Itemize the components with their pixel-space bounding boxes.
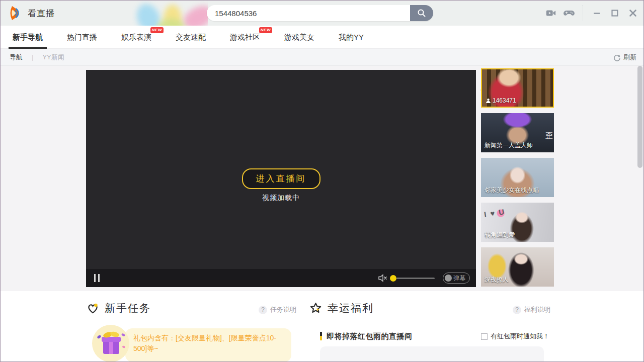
new-badge: NEW [259, 27, 272, 33]
tab-game-community[interactable]: 游戏社区NEW [225, 26, 265, 49]
tab-label: 娱乐表演 [121, 33, 151, 41]
volume-knob[interactable] [390, 275, 396, 282]
app-title: 看直播 [28, 8, 55, 19]
section-marker [320, 332, 322, 340]
scrollbar-thumb[interactable] [637, 66, 642, 168]
photo-text: I ♥ U [484, 207, 506, 219]
video-camera-icon[interactable] [544, 7, 557, 20]
notify-checkbox-row[interactable]: 有红包雨时通知我！ [481, 332, 549, 341]
red-packet-section-title: 即将掉落红包雨的直播间 [327, 332, 413, 341]
player-control-bar: 取消静音 弹幕 [86, 269, 476, 287]
player-center: 进入直播间 视频加载中 [86, 168, 476, 203]
stream-label: 邻家美少女在线点唱 [485, 186, 539, 195]
new-badge: NEW [150, 27, 164, 33]
search-icon [417, 9, 426, 18]
stream-title: 新闻第一人盖大师 [485, 141, 533, 150]
tab-hot-live[interactable]: 热门直播 [62, 26, 102, 49]
stream-title: 转角遇到爱 [485, 231, 515, 239]
gift-description-bubble: 礼包内含有：[交友限量礼物]、[限量荣誉点10-500]等~ [125, 328, 291, 362]
close-button[interactable] [626, 7, 639, 20]
tab-label: 新手导航 [13, 33, 43, 41]
balloon-green [156, 19, 186, 26]
stream-title: 1463471 [493, 97, 516, 104]
danmaku-label: 弹幕 [453, 274, 465, 283]
stream-label: 1463471 [486, 97, 516, 104]
star-icon [309, 302, 323, 315]
video-player[interactable]: 进入直播间 视频加载中 取消静音 弹幕 [86, 70, 476, 287]
welfare-help-label: 福利说明 [524, 305, 550, 314]
question-icon: ? [513, 306, 521, 314]
tasks-title: 新手任务 [105, 301, 151, 315]
tab-dating[interactable]: 交友速配 [171, 26, 211, 49]
main-nav: 新手导航 热门直播 娱乐表演NEW 交友速配 游戏社区NEW 游戏美女 我的YY [1, 26, 643, 49]
viewer-icon [486, 98, 491, 104]
stream-thumbnail[interactable]: 深夜撩人 [481, 247, 554, 287]
minimize-icon [593, 9, 601, 17]
danmaku-toggle-knob [445, 275, 452, 282]
welfare-header: 幸运福利 [309, 301, 374, 315]
subnav-separator: | [32, 53, 33, 61]
notify-checkbox[interactable] [481, 333, 488, 340]
refresh-label: 刷新 [623, 53, 636, 62]
stream-label: 新闻第一人盖大师 [485, 141, 533, 150]
refresh-button[interactable]: 刷新 [613, 49, 636, 66]
pause-button[interactable] [94, 274, 100, 282]
subnav: 导航 | YY新闻 刷新 [1, 49, 643, 66]
app-window: 看直播 [0, 0, 644, 362]
content-band: 进入直播间 视频加载中 取消静音 弹幕 [1, 66, 643, 291]
tasks-help-label: 任务说明 [270, 305, 296, 314]
stream-title: 深夜撩人 [485, 276, 509, 284]
search-button[interactable] [410, 5, 433, 21]
welfare-help[interactable]: ? 福利说明 [513, 305, 550, 314]
stream-thumbnail[interactable]: 邻家美少女在线点唱 [481, 158, 554, 197]
red-packet-list-placeholder [320, 346, 544, 362]
enter-room-button[interactable]: 进入直播间 [242, 168, 320, 189]
welfare-title: 幸运福利 [328, 301, 374, 315]
maximize-icon [611, 9, 619, 17]
tab-label: 游戏社区 [230, 33, 260, 41]
balloon-yellow [164, 5, 182, 26]
muted-speaker-icon[interactable] [378, 274, 389, 283]
subnav-item-nav[interactable]: 导航 [10, 53, 23, 62]
balloons-decoration [132, 1, 208, 26]
stream-title: 邻家美少女在线点唱 [485, 186, 539, 195]
tab-entertainment[interactable]: 娱乐表演NEW [116, 26, 156, 49]
tab-label: 热门直播 [67, 33, 97, 41]
stream-label: 深夜撩人 [485, 276, 509, 284]
tasks-header: 新手任务 [86, 301, 151, 315]
gift-package-row: 礼包内含有：[交友限量礼物]、[限量荣誉点10-500]等~ [92, 325, 291, 362]
photo-text: 歪 [545, 131, 553, 141]
balloon-pink [180, 2, 208, 26]
stream-thumbnail[interactable]: 1463471 [481, 68, 554, 108]
tasks-help[interactable]: ? 任务说明 [259, 305, 296, 314]
question-icon: ? [259, 306, 267, 314]
close-icon [629, 9, 637, 17]
maximize-button[interactable] [608, 7, 621, 20]
stream-thumbnail[interactable]: 歪 新闻第一人盖大师 [481, 113, 554, 152]
stream-thumbnail[interactable]: I ♥ U 转角遇到爱 [481, 203, 554, 242]
minimize-button[interactable] [590, 7, 603, 20]
tab-my-yy[interactable]: 我的YY [334, 26, 369, 49]
tab-newbie-nav[interactable]: 新手导航 [8, 26, 48, 49]
titlebar: 看直播 [1, 1, 643, 26]
tab-label: 交友速配 [176, 33, 206, 41]
danmaku-toggle[interactable]: 弹幕 [443, 273, 470, 284]
tab-label: 我的YY [339, 33, 364, 41]
stream-label: 转角遇到爱 [485, 231, 515, 239]
titlebar-divider [583, 5, 583, 21]
balloon-blue [133, 1, 165, 26]
gift-illustration [92, 325, 129, 362]
tab-game-beauty[interactable]: 游戏美女 [279, 26, 319, 49]
search-box [207, 5, 433, 21]
player-right-controls: 取消静音 弹幕 [378, 269, 470, 287]
gamepad-icon[interactable] [562, 7, 576, 20]
video-loading-text: 视频加载中 [86, 194, 476, 203]
subnav-item-yy-news[interactable]: YY新闻 [42, 53, 64, 62]
search-input[interactable] [207, 5, 410, 21]
volume-track[interactable] [396, 278, 435, 279]
gift-box-icon [92, 325, 129, 362]
notify-checkbox-label: 有红包雨时通知我！ [491, 332, 549, 341]
titlebar-icons [544, 1, 639, 26]
yy-logo-icon [8, 5, 24, 21]
tab-label: 游戏美女 [284, 33, 314, 41]
